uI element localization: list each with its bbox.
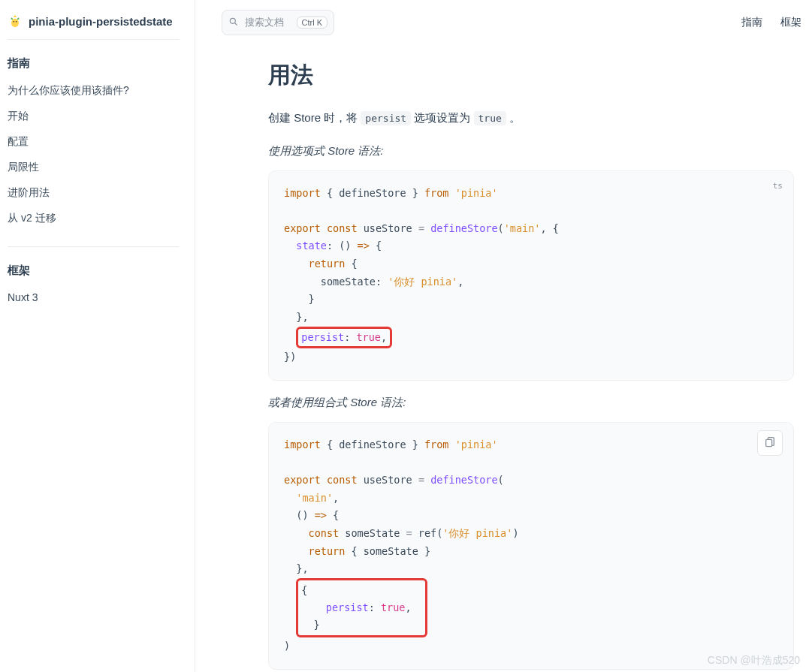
nav-framework[interactable]: 框架 (780, 16, 801, 29)
inline-code-true: true (474, 111, 506, 125)
search-shortcut: Ctrl K (297, 17, 328, 29)
sidebar-divider (8, 246, 180, 247)
svg-rect-6 (766, 440, 772, 447)
search-placeholder: 搜索文档 (245, 16, 284, 29)
highlight-persist-1: persist: true, (296, 327, 392, 349)
sidebar-item-start[interactable]: 开始 (8, 104, 180, 129)
svg-point-2 (16, 21, 17, 23)
code-block-options: ts import { defineStore } from 'pinia' e… (268, 170, 794, 381)
sidebar-item-limits[interactable]: 局限性 (8, 155, 180, 180)
subhead-composition-store: 或者使用组合式 Store 语法: (268, 396, 794, 410)
logo-icon (8, 14, 23, 29)
brand[interactable]: pinia-plugin-persistedstate (8, 11, 180, 40)
sidebar-item-nuxt3[interactable]: Nuxt 3 (8, 285, 180, 309)
sidebar-item-advanced[interactable]: 进阶用法 (8, 180, 180, 206)
subhead-options-store: 使用选项式 Store 语法: (268, 144, 794, 158)
sidebar-head-framework: 框架 (8, 264, 180, 278)
brand-title: pinia-plugin-persistedstate (29, 15, 173, 28)
sidebar-item-why[interactable]: 为什么你应该使用该插件? (8, 78, 180, 104)
sidebar-item-migrate[interactable]: 从 v2 迁移 (8, 206, 180, 231)
sidebar-item-config[interactable]: 配置 (8, 129, 180, 155)
sidebar: pinia-plugin-persistedstate 指南 为什么你应该使用该… (0, 0, 195, 672)
svg-point-1 (14, 21, 15, 23)
main-content: 用法 创建 Store 时，将 persist 选项设置为 true 。 使用选… (268, 48, 794, 672)
topbar: 搜索文档 Ctrl K 指南 框架 (222, 8, 801, 38)
search-button[interactable]: 搜索文档 Ctrl K (222, 10, 334, 35)
svg-point-3 (230, 18, 235, 23)
svg-line-4 (235, 23, 237, 25)
copy-button[interactable] (757, 430, 783, 456)
page-title: 用法 (268, 60, 794, 91)
sidebar-head-guide: 指南 (8, 56, 180, 71)
clipboard-icon (764, 435, 776, 450)
top-nav: 指南 框架 (741, 16, 801, 29)
intro-paragraph: 创建 Store 时，将 persist 选项设置为 true 。 (268, 107, 794, 129)
nav-guide[interactable]: 指南 (741, 16, 762, 29)
svg-point-0 (11, 19, 19, 28)
search-icon (228, 17, 239, 29)
code-block-composition: import { defineStore } from 'pinia' expo… (268, 422, 794, 670)
highlight-persist-2: { persist: true, } (296, 578, 427, 638)
sidebar-group-guide: 指南 为什么你应该使用该插件? 开始 配置 局限性 进阶用法 从 v2 迁移 (8, 56, 180, 231)
sidebar-group-framework: 框架 Nuxt 3 (8, 264, 180, 309)
inline-code-persist: persist (361, 111, 411, 125)
code-lang-label: ts (773, 179, 783, 193)
